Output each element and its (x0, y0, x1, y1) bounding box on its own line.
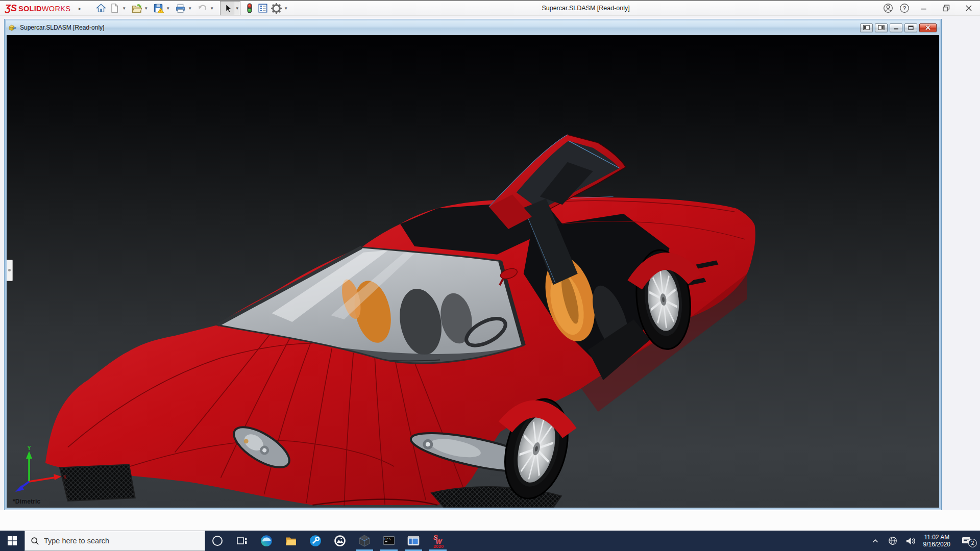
file-properties-icon (257, 3, 268, 14)
orientation-triad: Y X (14, 446, 67, 494)
taskbar-cortana-button[interactable] (205, 531, 230, 551)
select-button[interactable] (220, 2, 234, 15)
main-toolbar: ▼ ▼ ! ▼ ▼ (94, 1, 291, 15)
print-icon (175, 3, 186, 14)
triad-x-label: X (63, 474, 67, 480)
supercar-3d-model (7, 35, 939, 508)
assembly-icon (8, 23, 17, 32)
open-dropdown[interactable]: ▼ (143, 2, 149, 15)
document-title: Supercar.SLDASM [Read-only] (20, 24, 860, 31)
taskbar-edrawings-button[interactable] (352, 531, 377, 551)
rebuild-button[interactable] (243, 2, 256, 15)
select-dropdown[interactable]: ▼ (234, 2, 240, 15)
feature-manager-collapsed-tab[interactable] (7, 260, 13, 281)
undo-button[interactable] (195, 2, 209, 15)
taskbar-solidworks-button[interactable]: S W 2020 (426, 531, 450, 551)
search-input[interactable] (44, 537, 187, 545)
doc-maximize-icon (908, 26, 914, 30)
new-document-dropdown[interactable]: ▼ (121, 2, 127, 15)
tray-date: 9/16/2020 (923, 541, 950, 548)
document-window-controls (860, 23, 938, 32)
taskbar-remote-desktop-button[interactable] (401, 531, 426, 551)
save-dropdown[interactable]: ▼ (165, 2, 171, 15)
view-orientation-label: *Dimetric (13, 498, 41, 505)
command-prompt-label: C:\ (384, 537, 391, 541)
open-folder-icon (131, 3, 142, 14)
print-button[interactable] (174, 2, 187, 15)
speaker-icon (905, 536, 916, 546)
pane-split-right-icon (878, 25, 885, 30)
cortana-icon (211, 535, 224, 547)
solidworks-year-label: 2020 (433, 544, 444, 548)
solidworks-logo: ƷS SOLID WORKS (5, 3, 70, 14)
restore-icon (941, 3, 952, 14)
tray-show-hidden-button[interactable] (869, 531, 883, 551)
help-icon: ? (899, 3, 910, 14)
undo-dropdown[interactable]: ▼ (209, 2, 215, 15)
new-document-icon (109, 3, 120, 14)
tray-volume-button[interactable] (903, 531, 917, 551)
help-button[interactable]: ? (896, 2, 913, 15)
restore-button[interactable] (935, 2, 958, 15)
document-titlebar[interactable]: Supercar.SLDASM [Read-only] (6, 20, 940, 35)
taskbar-photos-button[interactable] (328, 531, 352, 551)
doc-close-button[interactable] (919, 23, 937, 32)
options-dropdown[interactable]: ▼ (283, 2, 289, 15)
tray-network-button[interactable] (886, 531, 900, 551)
close-icon (963, 3, 974, 14)
system-tray: 11:02 AM 9/16/2020 2 (869, 531, 980, 551)
taskbar-file-explorer-button[interactable] (279, 531, 303, 551)
close-button[interactable] (958, 2, 980, 15)
document-window: Supercar.SLDASM [Read-only] (4, 19, 942, 510)
pane-split-left-button[interactable] (860, 23, 873, 32)
minimize-icon (918, 3, 929, 14)
taskbar-search[interactable] (24, 531, 205, 551)
doc-minimize-button[interactable] (890, 23, 902, 32)
edge-icon (260, 534, 273, 547)
doc-maximize-button[interactable] (904, 23, 917, 32)
gear-icon (271, 3, 282, 14)
menu-expand-arrow[interactable]: ▸ (79, 6, 81, 11)
quick-assist-wrench-icon (309, 534, 322, 547)
taskbar-task-view-button[interactable] (230, 531, 254, 551)
file-explorer-icon (284, 534, 298, 547)
select-tool-group: ▼ (220, 1, 240, 15)
remote-desktop-icon (407, 534, 420, 547)
options-button[interactable] (270, 2, 283, 15)
window-controls: ? (880, 2, 980, 15)
file-properties-button[interactable] (256, 2, 270, 15)
svg-text:!: ! (160, 9, 161, 12)
tray-clock[interactable]: 11:02 AM 9/16/2020 (921, 534, 953, 548)
solidworks-2020-icon: S W 2020 (430, 533, 446, 548)
windows-taskbar: C:\ S W 2020 (0, 531, 980, 551)
taskbar-command-prompt-button[interactable]: C:\ (377, 531, 401, 551)
pane-split-right-button[interactable] (875, 23, 888, 32)
start-button[interactable] (0, 531, 24, 551)
undo-icon (197, 3, 208, 14)
home-icon (95, 3, 107, 14)
pane-split-left-icon (863, 25, 870, 30)
tray-time: 11:02 AM (923, 534, 950, 541)
new-document-button[interactable] (108, 2, 121, 15)
app-title: Supercar.SLDASM [Read-only] (291, 5, 880, 12)
task-view-icon (236, 535, 248, 547)
photos-icon (333, 534, 347, 547)
solidworks-logo-mark: ƷS (5, 3, 17, 14)
home-button[interactable] (94, 2, 108, 15)
doc-minimize-icon (893, 26, 899, 30)
action-center-button[interactable]: 2 (957, 531, 977, 551)
taskbar-quick-assist-button[interactable] (303, 531, 328, 551)
print-dropdown[interactable]: ▼ (187, 2, 193, 15)
traffic-light-icon (244, 2, 255, 14)
search-icon (31, 537, 39, 545)
graphics-viewport[interactable]: Y X *Dimetric (7, 35, 939, 508)
save-button[interactable]: ! (152, 2, 165, 15)
doc-close-icon (925, 25, 931, 30)
app-background-strip (0, 510, 980, 531)
taskbar-edge-button[interactable] (254, 531, 279, 551)
user-account-button[interactable] (880, 2, 896, 15)
edrawings-hexagon-icon (358, 534, 371, 547)
minimize-button[interactable] (913, 2, 935, 15)
user-account-icon (883, 3, 894, 14)
open-button[interactable] (130, 2, 143, 15)
